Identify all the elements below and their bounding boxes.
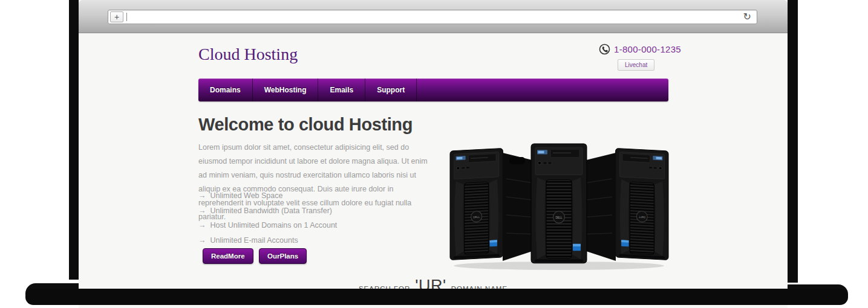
new-tab-button[interactable]: +	[110, 11, 123, 22]
list-item: →Unlimited Web Space	[198, 191, 337, 200]
readmore-button[interactable]: ReadMore	[203, 248, 253, 264]
arrow-icon: →	[198, 221, 206, 229]
phone-contact: 1-800-000-1235	[599, 43, 681, 55]
list-item: →Unlimited Bandwidth (Data Transfer)	[198, 207, 337, 215]
browser-window: + ↻ Cloud Hosting 1-800-000-1235 Livecha…	[79, 0, 788, 308]
feature-list: →Unlimited Web Space →Unlimited Bandwidt…	[198, 191, 337, 251]
reload-icon[interactable]: ↻	[743, 12, 751, 22]
background-strip-left	[69, 0, 79, 280]
feature-label: Host Unlimited Domains on 1 Account	[210, 221, 338, 229]
list-item: →Host Unlimited Domains on 1 Account	[198, 221, 337, 229]
phone-number: 1-800-000-1235	[614, 44, 681, 54]
nav-item-emails[interactable]: Emails	[318, 79, 365, 101]
nav-item-domains[interactable]: Domains	[198, 79, 253, 101]
site-logo[interactable]: Cloud Hosting	[198, 45, 298, 64]
arrow-icon: →	[198, 207, 206, 215]
browser-chrome: + ↻	[79, 0, 788, 33]
list-item: →Unlimited E-mail Accounts	[198, 236, 337, 245]
url-bar[interactable]: + ↻	[108, 10, 757, 24]
ourplans-button[interactable]: OurPlans	[259, 248, 307, 264]
hero-buttons: ReadMore OurPlans	[203, 248, 310, 264]
url-input[interactable]	[127, 10, 743, 24]
phone-icon	[599, 43, 610, 55]
page-title: Welcome to cloud Hosting	[198, 115, 413, 135]
nav-item-support[interactable]: Support	[365, 79, 417, 101]
arrow-icon: →	[198, 236, 206, 245]
nav-item-webhosting[interactable]: WebHosting	[253, 79, 319, 101]
server-towers-image: DELL	[449, 143, 670, 271]
feature-label: Unlimited Web Space	[210, 191, 283, 200]
background-strip-right	[788, 0, 798, 283]
stage: + ↻ Cloud Hosting 1-800-000-1235 Livecha…	[0, 0, 868, 308]
feature-label: Unlimited Bandwidth (Data Transfer)	[210, 207, 332, 215]
livechat-button[interactable]: Livechat	[618, 59, 654, 71]
arrow-icon: →	[198, 191, 206, 200]
mockup-shadow-bar	[25, 289, 848, 305]
main-nav: Domains WebHosting Emails Support	[198, 79, 668, 101]
feature-label: Unlimited E-mail Accounts	[210, 236, 298, 245]
